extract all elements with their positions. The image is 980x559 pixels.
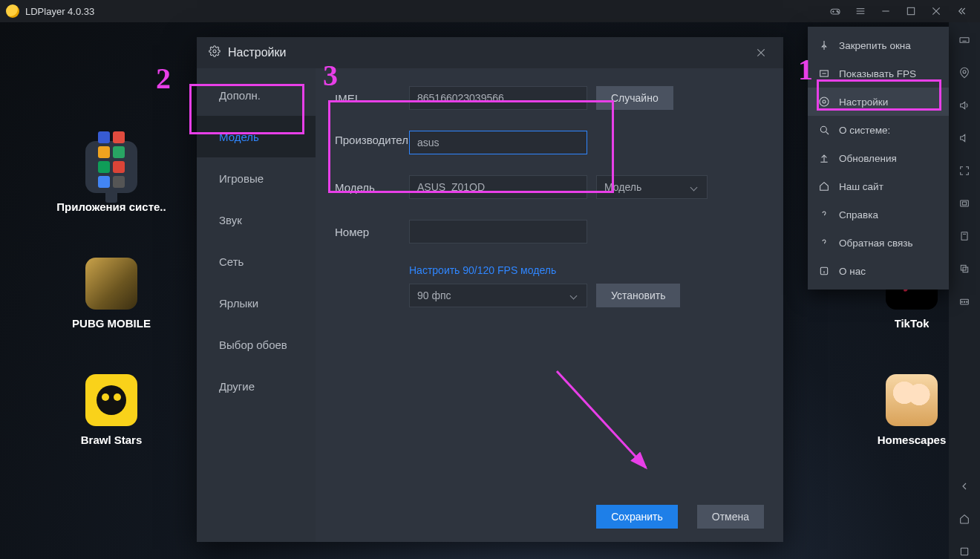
gear-icon: [209, 45, 220, 60]
menu-label: Закрепить окна: [839, 40, 911, 51]
app-grid-left: Приложения систе.. PUBG MOBILE Brawl Sta…: [52, 141, 171, 446]
menu-pin[interactable]: Закрепить окна: [808, 31, 949, 59]
homescapes-icon: [886, 374, 938, 426]
app-label: Homescapes: [878, 434, 947, 446]
model-preset-select[interactable]: Модель: [596, 175, 708, 199]
menu-about[interactable]: О нас: [808, 257, 949, 285]
svg-point-30: [961, 301, 962, 302]
collapse-sidebar-icon[interactable]: [949, 0, 974, 22]
sidebar-item-shortcuts[interactable]: Ярлыки: [197, 282, 316, 324]
pin-icon: [818, 39, 830, 51]
svg-point-32: [967, 301, 967, 302]
volume-up-icon[interactable]: [957, 98, 972, 113]
maker-label: Производитель: [335, 131, 409, 146]
menu-label: О нас: [839, 266, 866, 277]
chevron-down-icon: [690, 183, 698, 191]
chevron-down-icon: [570, 292, 578, 299]
sidebar-item-network[interactable]: Сеть: [197, 241, 316, 282]
menu-settings[interactable]: Настройки: [808, 88, 949, 116]
svg-rect-9: [907, 7, 914, 14]
dialog-close-button[interactable]: [751, 42, 771, 63]
row-maker: Производитель: [335, 131, 764, 154]
svg-point-31: [964, 301, 964, 302]
svg-rect-23: [961, 200, 969, 206]
apk-icon[interactable]: [957, 229, 972, 243]
settings-sidebar: Дополн. Модель Игровые Звук Сеть Ярлыки …: [197, 68, 316, 542]
sidebar-item-wallpaper[interactable]: Выбор обоев: [197, 324, 316, 365]
app-system-folder[interactable]: Приложения систе..: [52, 141, 171, 213]
sidebar-item-other[interactable]: Другие: [197, 365, 316, 407]
menu-updates[interactable]: Обновления: [808, 144, 949, 172]
sidebar-item-sound[interactable]: Звук: [197, 199, 316, 241]
folder-icon: [85, 141, 137, 193]
menu-fps[interactable]: Показывать FPS: [808, 59, 949, 88]
model-label: Модель: [335, 181, 409, 194]
gear-icon: [818, 96, 830, 108]
info-icon: [818, 265, 830, 277]
fullscreen-icon[interactable]: [957, 163, 972, 178]
dialog-title: Настройки: [228, 46, 286, 59]
app-label: Brawl Stars: [81, 434, 143, 446]
sidebar-item-model[interactable]: Модель: [197, 116, 316, 157]
maximize-icon[interactable]: [898, 0, 924, 22]
home-icon: [818, 180, 830, 192]
settings-panel: IMEI Случайно Производитель Модель Модел…: [316, 68, 783, 542]
fps-icon: [818, 68, 830, 79]
model-preset-label: Модель: [604, 181, 641, 193]
menu-label: Показывать FPS: [839, 68, 916, 79]
svg-point-4: [837, 12, 838, 13]
feedback-icon: [818, 237, 830, 249]
minimize-icon[interactable]: [873, 0, 898, 22]
menu-label: Настройки: [839, 97, 888, 108]
fps-link[interactable]: Настроить 90/120 FPS модель: [409, 264, 764, 276]
app-homescapes[interactable]: Homescapes: [875, 374, 949, 446]
recent-icon[interactable]: [957, 544, 972, 559]
settings-dialog: Настройки Дополн. Модель Игровые Звук Се…: [197, 37, 783, 542]
imei-input[interactable]: [409, 86, 587, 110]
row-number: Номер: [335, 220, 764, 243]
app-label: Приложения систе..: [56, 200, 166, 213]
menu-help[interactable]: Справка: [808, 200, 949, 229]
menu-label: Обратная связь: [839, 238, 912, 249]
number-input[interactable]: [409, 220, 587, 243]
volume-down-icon[interactable]: [957, 131, 972, 146]
app-label: PUBG MOBILE: [72, 317, 151, 330]
multi-icon[interactable]: [957, 294, 972, 309]
menu-feedback[interactable]: Обратная связь: [808, 229, 949, 257]
search-icon: [818, 124, 830, 136]
app-pubg[interactable]: PUBG MOBILE: [52, 258, 171, 330]
screenshot-icon[interactable]: [957, 196, 972, 211]
svg-rect-15: [960, 38, 969, 43]
install-button[interactable]: Установить: [596, 284, 680, 307]
app-brawl-stars[interactable]: Brawl Stars: [52, 374, 171, 446]
svg-rect-27: [961, 265, 966, 270]
location-icon[interactable]: [957, 65, 972, 80]
fps-select[interactable]: 90 фпс: [409, 284, 587, 307]
maker-input[interactable]: [409, 131, 587, 154]
svg-rect-28: [963, 267, 968, 272]
pubg-icon: [85, 258, 137, 310]
save-button[interactable]: Сохранить: [596, 505, 678, 529]
sidebar-item-game[interactable]: Игровые: [197, 157, 316, 199]
menu-icon[interactable]: [848, 0, 873, 22]
model-input[interactable]: [409, 175, 587, 199]
svg-rect-33: [961, 548, 967, 555]
upload-icon: [818, 152, 830, 164]
cancel-button[interactable]: Отмена: [697, 505, 764, 529]
desktop-area: Приложения систе.. PUBG MOBILE Brawl Sta…: [0, 22, 949, 559]
random-button[interactable]: Случайно: [596, 86, 673, 110]
menu-about-system[interactable]: О системе:: [808, 116, 949, 144]
menu-site[interactable]: Наш сайт: [808, 172, 949, 200]
menu-label: О системе:: [839, 125, 890, 136]
menu-label: Наш сайт: [839, 181, 883, 192]
close-icon[interactable]: [924, 0, 949, 22]
sidebar-item-extended[interactable]: Дополн.: [197, 74, 316, 116]
titlebar: LDPlayer 4.0.33: [0, 0, 980, 22]
gamepad-icon[interactable]: [823, 0, 848, 22]
svg-point-38: [820, 97, 829, 106]
home-icon[interactable]: [957, 511, 972, 526]
share-icon[interactable]: [957, 261, 972, 276]
back-icon[interactable]: [957, 479, 972, 494]
svg-line-40: [826, 132, 829, 134]
keyboard-icon[interactable]: [957, 33, 972, 48]
